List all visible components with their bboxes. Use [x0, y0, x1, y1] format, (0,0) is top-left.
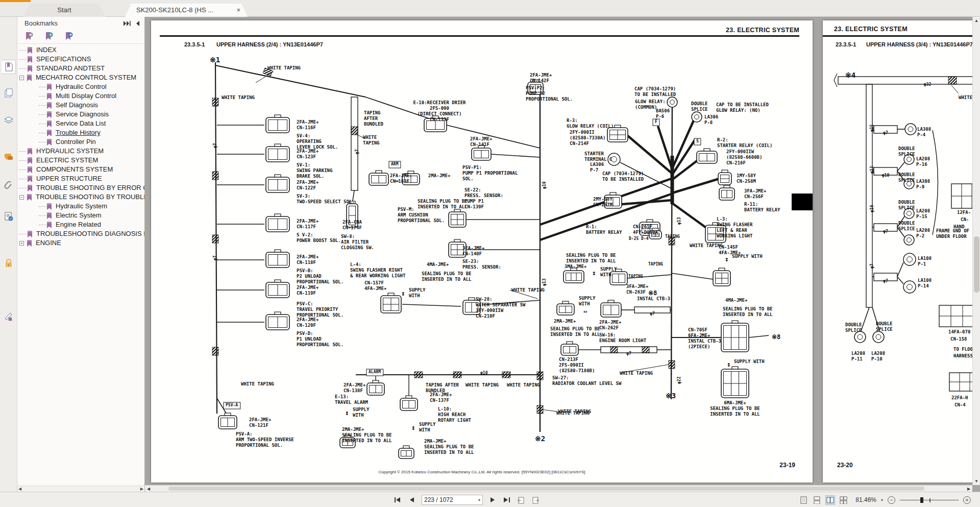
next-page-button[interactable]: [488, 495, 497, 504]
bookmark-item[interactable]: Electric System: [17, 211, 144, 220]
bookmark-item[interactable]: Trouble History: [17, 128, 144, 137]
taping-hatch: [948, 77, 957, 84]
add-bookmark-icon[interactable]: [43, 31, 54, 42]
next-view-icon[interactable]: [531, 495, 540, 504]
zoom-slider-thumb[interactable]: [920, 497, 923, 503]
page-number-box[interactable]: ▾: [422, 495, 483, 505]
bookmark-item-label: ENGINE: [36, 238, 61, 248]
horizontal-scroll-thumb[interactable]: [168, 487, 924, 491]
bookmark-item-label: Electric System: [56, 211, 102, 220]
scroll-up-icon[interactable]: ▲: [973, 17, 980, 25]
diagram-label: φ32: [924, 82, 932, 87]
horizontal-scrollbar[interactable]: ◀ ▶: [145, 485, 972, 492]
diagram-label: SV-1:SWING PARKINGBRAKE SOL.: [297, 162, 332, 179]
diagram-label: CAP TO BE INSTALLEDGLOW RELAY: (NO): [716, 102, 769, 113]
bookmark-item[interactable]: Hydraulic Control: [17, 82, 144, 91]
expander-icon[interactable]: −: [19, 76, 24, 80]
previous-view-icon[interactable]: [517, 495, 526, 504]
diagram-label: 2FA-CNACN-174F: [342, 220, 362, 230]
last-page-button[interactable]: [502, 495, 511, 504]
expand-current-bookmark-icon[interactable]: [123, 20, 131, 27]
attachments-panel-icon[interactable]: [2, 178, 16, 192]
continuous-view-icon[interactable]: [813, 496, 821, 504]
zoom-out-button[interactable]: −: [888, 496, 895, 504]
page-dropdown-icon[interactable]: ▾: [478, 498, 480, 502]
diagram-label: LA108P-14: [918, 278, 932, 288]
bookmark-item[interactable]: Hydraulic System: [17, 202, 144, 211]
bookmark-item-label: Engine Related: [56, 220, 101, 229]
zoom-slider[interactable]: [900, 496, 959, 504]
bookmark-item[interactable]: Multi Display Control: [17, 91, 144, 101]
bookmark-item[interactable]: SPECIFICATIONS: [17, 55, 144, 64]
bookmark-item[interactable]: Service Data List: [17, 119, 144, 128]
bookmark-item[interactable]: INDEX: [17, 45, 144, 55]
connector-glyph: [713, 268, 730, 286]
zoom-in-button[interactable]: +: [963, 496, 971, 504]
black-marker-box: [792, 194, 813, 210]
bookmark-item[interactable]: COMPONENTS SYSTEM: [17, 165, 144, 174]
diagram-label: LA208P-16: [916, 156, 930, 167]
bookmark-item[interactable]: UPPER STRUCTURE: [17, 174, 144, 183]
diagram-label: SEALING PLUG TO BEINSERTED IN TO ALL: [418, 199, 468, 209]
scroll-left-icon[interactable]: ◀: [145, 487, 152, 491]
first-page-button[interactable]: [393, 495, 402, 504]
security-panel-icon[interactable]: [2, 256, 16, 271]
diagram-label: 2FA-JME+CN-137F: [430, 392, 452, 403]
signature-panel-icon[interactable]: [2, 309, 16, 324]
scroll-right-icon[interactable]: ▶: [140, 487, 143, 491]
page-number-input[interactable]: [424, 496, 478, 503]
bookmark-item[interactable]: Service Diagnosis: [17, 110, 144, 119]
expander-icon[interactable]: −: [19, 195, 24, 200]
scroll-left-icon[interactable]: ◀: [18, 487, 21, 491]
bookmark-item[interactable]: −MECHATRO CONTROL SYSTEM: [17, 73, 144, 82]
tab-document[interactable]: SK200-SK210LC-8 (HS ... ×: [125, 4, 248, 17]
tab-start[interactable]: Start: [23, 4, 105, 17]
diagram-label: 2FY-090IIW(82580-6600B)CN-216F: [726, 149, 762, 165]
tab-close-icon[interactable]: ×: [236, 4, 240, 17]
continuous-facing-view-icon[interactable]: [839, 496, 848, 504]
bookmark-item-label: UPPER STRUCTURE: [36, 174, 102, 183]
diagram-label: 2MA-JME+: [428, 173, 451, 178]
diagram-label: CN-705F6FA-JME+INSTAL CTB-3(2PIECE): [688, 327, 721, 349]
delete-bookmark-icon[interactable]: [23, 31, 34, 42]
facing-view-icon[interactable]: [826, 496, 835, 504]
diagram-label: φ10: [870, 205, 874, 212]
previous-page-button[interactable]: [407, 495, 416, 504]
bookmark-flag-icon: [46, 129, 53, 137]
bookmark-flag-icon: [46, 120, 53, 128]
diagram-label: PSV-A:ARM TWO-SPEED INVERSEPROPORTIONAL …: [236, 431, 294, 448]
pages-panel-icon[interactable]: [2, 86, 16, 100]
bookmark-item[interactable]: +ENGINE: [17, 238, 144, 248]
diagram-label: ※2: [535, 434, 545, 443]
bookmark-flag-icon: [27, 184, 33, 192]
zoom-dropdown-icon[interactable]: ▾: [881, 498, 883, 502]
expander-icon[interactable]: +: [19, 241, 24, 246]
certify-panel-icon[interactable]: @: [2, 209, 16, 224]
bookmarks-panel-icon[interactable]: [2, 60, 16, 74]
comments-panel-icon[interactable]: [2, 150, 16, 164]
layers-panel-icon[interactable]: [2, 113, 16, 127]
single-page-view-icon[interactable]: [799, 496, 808, 504]
bookmark-item[interactable]: HYDRAULIC SYSTEM: [17, 147, 144, 156]
diagram-label: LA306P-8: [704, 114, 718, 125]
diagram-label: ALARM: [369, 370, 381, 374]
goto-bookmark-icon[interactable]: [63, 31, 74, 42]
bookmark-item[interactable]: STANDARD ANDTEST: [17, 64, 144, 73]
scroll-down-icon[interactable]: ▼: [973, 477, 980, 485]
bookmark-item[interactable]: Controller Pin: [17, 137, 144, 147]
bookmark-item[interactable]: ELECTRIC SYSTEM: [17, 156, 144, 165]
bookmark-item[interactable]: Self Diagnosis: [17, 101, 144, 110]
bookmark-item[interactable]: TROUBLE SHOOTING BY ERROR CODI: [17, 183, 144, 192]
vertical-scroll-thumb[interactable]: [974, 236, 979, 293]
diagram-label: WHITE TAPING: [222, 95, 255, 100]
diagram-label: ※4: [845, 71, 855, 79]
collapse-panel-icon[interactable]: [135, 20, 140, 27]
bookmark-flag-icon: [26, 74, 33, 82]
vertical-scrollbar[interactable]: ▲ ▼: [972, 17, 980, 485]
bookmark-item-label: Trouble History: [56, 128, 101, 137]
bookmark-item[interactable]: TROUBLESHOOTING DIAGNOSIS MOD: [17, 229, 144, 238]
bookmark-item[interactable]: −TROUBLE SHOOTING BY TROUBLE: [17, 192, 144, 202]
bookmarks-hscrollbar[interactable]: ◀ ▶: [17, 486, 144, 492]
scroll-right-icon[interactable]: ▶: [965, 487, 972, 491]
bookmark-item[interactable]: Engine Related: [17, 220, 144, 229]
